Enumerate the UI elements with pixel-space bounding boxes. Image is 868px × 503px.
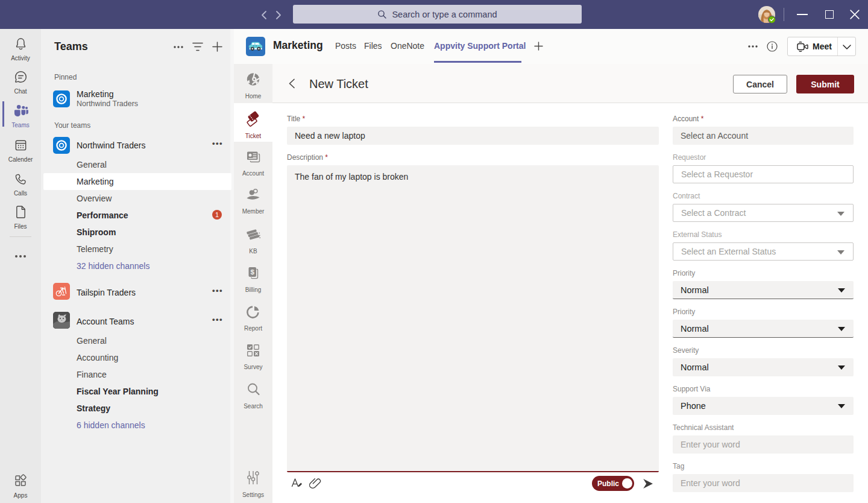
svg-text:$: $ — [250, 268, 254, 276]
